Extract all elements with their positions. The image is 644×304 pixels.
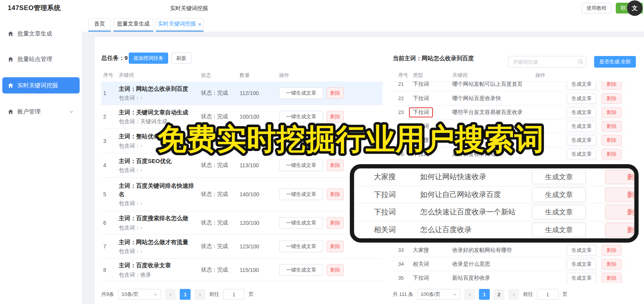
keyword-cell: 主词：百度关键词排名快速排名包含词：- bbox=[119, 178, 198, 211]
delete-button[interactable]: 删除 bbox=[605, 187, 639, 202]
delete-button[interactable]: 删除 bbox=[327, 87, 344, 99]
sidebar-item-3[interactable]: 实时关键词挖掘 bbox=[2, 77, 80, 93]
delete-button[interactable]: 删除 bbox=[601, 259, 622, 270]
generate-all-button[interactable]: 是否生成:全部 bbox=[594, 56, 636, 68]
ops-cell: 一键生成文章 bbox=[279, 178, 323, 211]
ops-cell: 生成文章 bbox=[567, 82, 596, 91]
tab-3[interactable]: 实时关键词挖掘× bbox=[156, 18, 204, 30]
generate-article-button[interactable]: 生成文章 bbox=[567, 149, 596, 160]
next-page-button[interactable]: › bbox=[194, 289, 205, 300]
row-number: 26 bbox=[398, 147, 411, 161]
generate-article-button[interactable]: 生成文章 bbox=[567, 273, 596, 284]
generate-article-button[interactable]: 生成文章 bbox=[567, 82, 596, 90]
generate-article-button[interactable]: 生成文章 bbox=[532, 187, 586, 202]
delete-button[interactable]: 删除 bbox=[601, 82, 622, 90]
table-row: 6主词：百度搜索排名怎么做包含词：-状态：完成120/100一键生成文章删除 bbox=[101, 211, 383, 234]
help-button[interactable]: 使用教程 bbox=[582, 3, 611, 14]
page-size-select[interactable]: 10条/页 bbox=[118, 289, 161, 300]
delete-button[interactable]: 删除 bbox=[327, 241, 344, 252]
sidebar-item-1[interactable]: 批量文章生成 bbox=[2, 27, 80, 40]
table-row: 34相关词收录是什么意思生成文章删除 bbox=[393, 257, 626, 271]
page-size-value: 10条/页 bbox=[121, 291, 138, 298]
generate-article-button[interactable]: 一键生成文章 bbox=[279, 264, 323, 276]
page-button[interactable]: 1 bbox=[180, 289, 191, 300]
type-cell: 下拉词 bbox=[374, 186, 396, 204]
generate-article-button[interactable]: 生成文章 bbox=[532, 222, 586, 237]
delete-button[interactable]: 删除 bbox=[605, 205, 639, 219]
quantity-cell: 140/100 bbox=[240, 178, 276, 211]
ops-cell: 删除 bbox=[327, 259, 344, 281]
delete-button[interactable]: 删除 bbox=[327, 160, 344, 171]
delete-button[interactable]: 删除 bbox=[601, 107, 622, 118]
tab-2[interactable]: 批量文章生成 bbox=[113, 18, 153, 30]
type-label: 下拉词 bbox=[413, 82, 429, 88]
sidebar-item-2[interactable]: 批量站点管理 bbox=[2, 53, 80, 66]
float-badge-icon[interactable]: 文 bbox=[627, 0, 642, 16]
page-size-select[interactable]: 100条/页 bbox=[417, 289, 460, 300]
generate-article-button[interactable]: 生成文章 bbox=[567, 93, 596, 104]
page-button[interactable]: 1 bbox=[479, 289, 490, 300]
generate-article-button[interactable]: 生成文章 bbox=[567, 135, 596, 146]
delete-button[interactable]: 删除 bbox=[601, 93, 622, 104]
total-tasks-label: 总任务：9 bbox=[101, 54, 128, 62]
sidebar-item-4[interactable]: 账户管理 bbox=[2, 105, 80, 118]
delete-button[interactable]: 删除 bbox=[327, 135, 344, 147]
quantity-cell: 113/100 bbox=[240, 153, 276, 177]
generate-article-button[interactable]: 生成文章 bbox=[567, 121, 596, 132]
prev-page-button[interactable]: ‹ bbox=[165, 289, 176, 300]
ops-cell: 删除 bbox=[605, 204, 639, 221]
page-button[interactable]: 2 bbox=[494, 289, 504, 300]
home-icon bbox=[8, 83, 14, 88]
goto-page-input[interactable] bbox=[223, 289, 245, 300]
add-task-button[interactable]: 添加挖词任务 bbox=[129, 53, 168, 64]
generate-article-button[interactable]: 一键生成文章 bbox=[279, 87, 323, 99]
delete-button[interactable]: 删除 bbox=[601, 149, 622, 160]
row-number: 1 bbox=[103, 82, 116, 105]
generate-article-button[interactable]: 生成文章 bbox=[532, 205, 586, 219]
delete-button[interactable]: 删除 bbox=[601, 121, 622, 132]
prev-page-button[interactable]: ‹ bbox=[464, 289, 475, 300]
keyword-cell: 如何让网站快速收录 bbox=[420, 168, 486, 186]
table-row: 4主词：百度SEO优化包含词：-状态：完成113/100一键生成文章删除 bbox=[101, 153, 383, 178]
tab-1[interactable]: 首页 bbox=[88, 18, 111, 30]
ops-cell: 生成文章 bbox=[532, 168, 586, 186]
delete-button[interactable]: 删除 bbox=[327, 264, 344, 276]
delete-button[interactable]: 删除 bbox=[327, 111, 344, 122]
column-header: 操作 bbox=[535, 72, 545, 79]
close-icon[interactable]: × bbox=[198, 21, 202, 27]
generate-article-button[interactable]: 一键生成文章 bbox=[279, 160, 323, 171]
delete-button[interactable]: 删除 bbox=[601, 135, 622, 146]
delete-button[interactable]: 删除 bbox=[327, 189, 344, 200]
delete-button[interactable]: 删除 bbox=[601, 245, 622, 256]
delete-button[interactable]: 删除 bbox=[327, 217, 344, 229]
sidebar-item-label: 实时关键词挖掘 bbox=[17, 82, 58, 89]
generate-article-button[interactable]: 生成文章 bbox=[567, 259, 596, 270]
delete-button[interactable]: 删除 bbox=[605, 170, 639, 184]
generate-article-button[interactable]: 一键生成文章 bbox=[279, 135, 323, 147]
generate-article-button[interactable]: 生成文章 bbox=[567, 245, 596, 256]
refresh-button[interactable]: 刷新 bbox=[171, 53, 191, 64]
keyword-cell: 主词：整站优化包含词：- bbox=[119, 129, 198, 153]
chevron-down-icon bbox=[453, 292, 457, 297]
ops-cell: 生成文章 bbox=[567, 119, 596, 133]
ops-cell: 删除 bbox=[601, 133, 622, 147]
generate-article-button[interactable]: 生成文章 bbox=[567, 107, 596, 118]
next-page-button[interactable]: › bbox=[508, 289, 519, 300]
delete-button[interactable]: 删除 bbox=[601, 273, 622, 284]
ops-cell: 删除 bbox=[327, 105, 344, 128]
keyword-filter bbox=[508, 56, 586, 68]
delete-button[interactable]: 删除 bbox=[605, 222, 639, 237]
goto-page-input[interactable] bbox=[537, 289, 559, 300]
generate-article-button[interactable]: 生成文章 bbox=[532, 170, 586, 184]
generate-article-button[interactable]: 一键生成文章 bbox=[279, 111, 323, 122]
keyword-filter-input[interactable] bbox=[508, 56, 586, 68]
generate-article-button[interactable]: 一键生成文章 bbox=[279, 217, 323, 229]
row-number: 6 bbox=[103, 211, 116, 234]
quantity-cell: 120/100 bbox=[240, 211, 276, 234]
status-cell: 状态：完成 bbox=[201, 234, 238, 258]
generate-article-button[interactable]: 一键生成文章 bbox=[279, 241, 323, 252]
sidebar-item-label: 批量站点管理 bbox=[17, 56, 52, 63]
sidebar-item-label: 账户管理 bbox=[17, 108, 41, 115]
generate-article-button[interactable]: 一键生成文章 bbox=[279, 189, 323, 200]
app-root: 147SEO管理系统 批量文章生成批量站点管理实时关键词挖掘账户管理 实时关键词… bbox=[0, 0, 644, 304]
